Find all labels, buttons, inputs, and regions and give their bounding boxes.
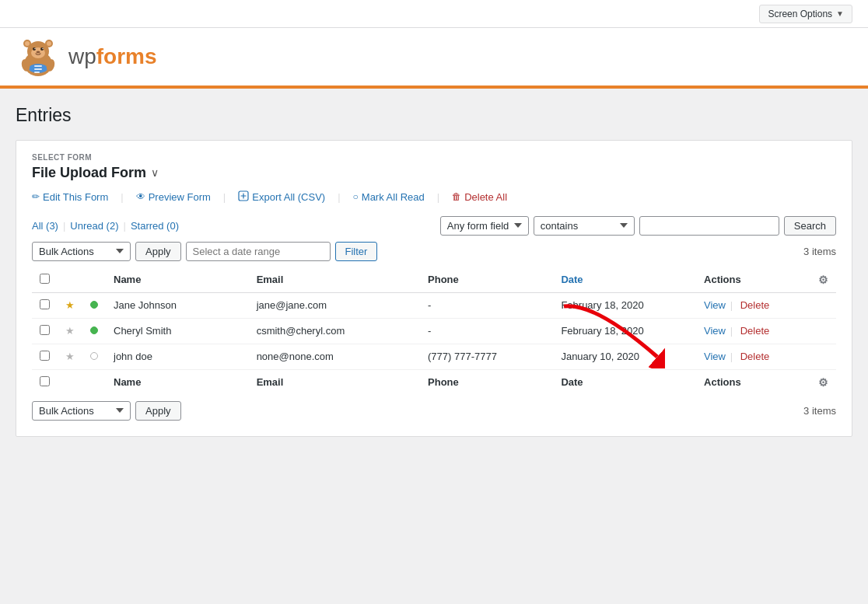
search-input[interactable] (639, 216, 779, 236)
star-filled-icon[interactable]: ★ (65, 299, 75, 311)
footer-settings-col: ⚙ (810, 369, 836, 395)
row-2-actions-cell: View | Delete (696, 318, 810, 344)
row-3-delete-link[interactable]: Delete (740, 351, 770, 362)
bulk-apply-bottom-button[interactable]: Apply (135, 401, 181, 421)
row-1-name-cell: Jane Johnson (106, 292, 249, 318)
action-links-bar: ✏ Edit This Form | 👁 Preview Form | Expo… (32, 190, 836, 204)
row-3-settings-cell (810, 344, 836, 369)
table-footer-row: Name Email Phone Date Actions ⚙ (32, 369, 836, 395)
header-settings-col: ⚙ (810, 267, 836, 293)
footer-select-all-checkbox[interactable] (40, 376, 50, 386)
date-range-input[interactable] (186, 242, 331, 261)
gear-icon-header[interactable]: ⚙ (818, 274, 828, 286)
row-1-star-cell: ★ (58, 292, 82, 318)
bulk-apply-top-button[interactable]: Apply (135, 242, 181, 261)
separator-2: | (223, 191, 226, 203)
read-indicator (90, 301, 98, 309)
pipe-2: | (730, 325, 733, 337)
delete-all-link[interactable]: 🗑 Delete All (452, 191, 507, 203)
export-csv-link[interactable]: Export All (CSV) (238, 190, 325, 204)
separator-4: | (437, 191, 439, 203)
row-2-name-cell: Cheryl Smith (106, 318, 249, 344)
edit-form-label: Edit This Form (43, 191, 108, 203)
svg-point-5 (47, 41, 51, 46)
svg-rect-15 (34, 72, 40, 73)
filter-starred-link[interactable]: Starred (0) (131, 220, 179, 232)
form-dropdown-arrow-icon[interactable]: ∨ (151, 166, 159, 179)
row-3-checkbox-cell (32, 344, 58, 369)
svg-point-3 (25, 41, 30, 46)
filter-all-link[interactable]: All (3) (32, 220, 58, 232)
row-1-view-link[interactable]: View (704, 299, 726, 311)
row-1-read-cell (82, 292, 106, 318)
star-empty-icon[interactable]: ★ (65, 325, 75, 337)
row-2-read-cell (82, 318, 106, 344)
bulk-actions-top-select[interactable]: Bulk Actions Delete Mark as Read Mark as… (32, 242, 131, 261)
row-2-view-link[interactable]: View (704, 325, 726, 337)
contains-select[interactable]: contains does not contain is is not (534, 216, 635, 236)
bulk-actions-bottom-select[interactable]: Bulk Actions Delete Mark as Read Mark as… (32, 401, 131, 421)
row-3-checkbox[interactable] (40, 351, 50, 361)
preview-form-link[interactable]: 👁 Preview Form (136, 191, 211, 203)
mark-all-read-label: Mark All Read (362, 191, 425, 203)
row-2-settings-cell (810, 318, 836, 344)
bulk-left: Bulk Actions Delete Mark as Read Mark as… (32, 242, 377, 261)
footer-actions-col: Actions (696, 369, 810, 395)
row-2-phone-cell: - (420, 318, 553, 344)
gear-icon-footer[interactable]: ⚙ (818, 376, 828, 389)
header-star-col (58, 267, 82, 293)
row-1-date-cell: February 18, 2020 (553, 292, 696, 318)
filter-right: Any form field Name Email Phone contains… (440, 216, 836, 236)
site-header: wpforms (0, 28, 868, 89)
search-button[interactable]: Search (784, 216, 836, 236)
row-2-checkbox[interactable] (40, 325, 50, 335)
row-2-checkbox-cell (32, 318, 58, 344)
row-1-phone-cell: - (420, 292, 553, 318)
row-1-checkbox[interactable] (40, 299, 50, 309)
row-3-phone-cell: (777) 777-7777 (420, 344, 553, 369)
logo-text: wpforms (68, 44, 157, 69)
pipe-3: | (730, 351, 733, 362)
table-wrapper: Name Email Phone Date Actions ⚙ (32, 267, 836, 395)
svg-point-10 (42, 48, 43, 49)
footer-star-col (58, 369, 82, 395)
star-empty-icon[interactable]: ★ (65, 351, 75, 362)
filter-left: All (3) | Unread (2) | Starred (0) (32, 220, 179, 232)
row-2-date-cell: February 18, 2020 (553, 318, 696, 344)
edit-form-link[interactable]: ✏ Edit This Form (32, 191, 108, 203)
bulk-filter-bar: Bulk Actions Delete Mark as Read Mark as… (32, 242, 836, 261)
logo-wp: wp (68, 44, 96, 68)
row-3-star-cell: ★ (58, 344, 82, 369)
filter-unread-link[interactable]: Unread (2) (70, 220, 118, 232)
header-name-col: Name (106, 267, 249, 293)
logo-bear-icon (16, 34, 61, 79)
select-all-checkbox[interactable] (40, 274, 50, 284)
separator-3: | (338, 191, 340, 203)
row-1-settings-cell (810, 292, 836, 318)
header-email-col: Email (249, 267, 420, 293)
form-field-select[interactable]: Any form field Name Email Phone (440, 216, 529, 236)
delete-all-label: Delete All (464, 191, 507, 203)
row-2-email-cell: csmith@cheryl.com (249, 318, 420, 344)
row-3-email-cell: none@none.com (249, 344, 420, 369)
screen-options-button[interactable]: Screen Options ▼ (759, 5, 852, 23)
row-1-delete-link[interactable]: Delete (740, 299, 770, 311)
page-content: Entries SELECT FORM File Upload Form ∨ ✏… (0, 89, 868, 592)
read-indicator (90, 326, 98, 334)
select-form-label: SELECT FORM (32, 153, 836, 162)
footer-date-col: Date (553, 369, 696, 395)
row-3-view-link[interactable]: View (704, 351, 726, 362)
svg-rect-14 (34, 68, 42, 70)
row-3-date-cell: January 10, 2020 (553, 344, 696, 369)
form-selector: File Upload Form ∨ (32, 165, 836, 181)
mark-all-read-link[interactable]: ○ Mark All Read (353, 191, 425, 203)
filter-bar: All (3) | Unread (2) | Starred (0) Any f… (32, 216, 836, 236)
table-header-row: Name Email Phone Date Actions ⚙ (32, 267, 836, 293)
trash-icon: 🗑 (452, 191, 461, 202)
footer-checkbox-col (32, 369, 58, 395)
header-phone-col: Phone (420, 267, 553, 293)
row-2-delete-link[interactable]: Delete (740, 325, 770, 337)
filter-button[interactable]: Filter (335, 242, 378, 261)
table-row: ★ Cheryl Smith csmith@cheryl.com - Febru… (32, 318, 836, 344)
footer-name-col: Name (106, 369, 249, 395)
